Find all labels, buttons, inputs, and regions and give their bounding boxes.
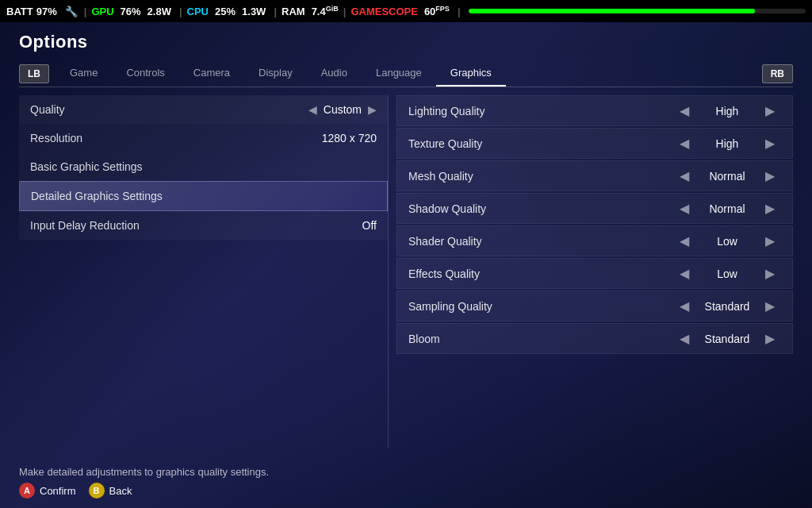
sampling-quality-label: Sampling Quality bbox=[408, 300, 673, 313]
mesh-quality-label: Mesh Quality bbox=[408, 170, 673, 183]
tab-language[interactable]: Language bbox=[362, 60, 436, 87]
perf-bar-fill bbox=[469, 9, 756, 13]
back-label: Back bbox=[109, 485, 132, 497]
mesh-chevron-left-icon: ◀ bbox=[680, 168, 689, 183]
confirm-label: Confirm bbox=[40, 485, 76, 497]
setting-bloom[interactable]: Bloom ◀ Standard ▶ bbox=[396, 323, 793, 354]
shadow-chevron-right-icon: ▶ bbox=[765, 201, 775, 216]
content-area: Quality ◀ Custom ▶ Resolution 1280 x 720… bbox=[19, 89, 793, 454]
lighting-quality-label: Lighting Quality bbox=[408, 105, 673, 117]
tab-game[interactable]: Game bbox=[56, 60, 112, 87]
mesh-chevron-right-icon: ▶ bbox=[765, 168, 775, 183]
lighting-chevron-right-icon: ▶ bbox=[765, 103, 775, 118]
bottom-status: Make detailed adjustments to graphics qu… bbox=[0, 460, 812, 508]
ram-value: 7.4GiB bbox=[312, 5, 339, 17]
tab-camera[interactable]: Camera bbox=[179, 60, 244, 87]
right-settings: Lighting Quality ◀ High ▶ Texture Qualit… bbox=[389, 89, 793, 454]
input-delay-value: Off bbox=[362, 219, 377, 232]
quality-value: Custom bbox=[324, 103, 362, 116]
setting-shader-quality[interactable]: Shader Quality ◀ Low ▶ bbox=[396, 225, 793, 256]
menu-item-detailed-settings[interactable]: Detailed Graphics Settings bbox=[19, 181, 388, 211]
tab-graphics[interactable]: Graphics bbox=[436, 60, 506, 87]
sampling-quality-value: Standard bbox=[695, 300, 759, 313]
setting-mesh-quality[interactable]: Mesh Quality ◀ Normal ▶ bbox=[396, 160, 793, 191]
texture-quality-label: Texture Quality bbox=[408, 137, 673, 150]
tab-navigation: LB Game Controls Camera Display Audio La… bbox=[19, 60, 793, 87]
tab-lb[interactable]: LB bbox=[19, 64, 49, 83]
menu-item-quality[interactable]: Quality ◀ Custom ▶ bbox=[19, 95, 388, 124]
gpu-label: GPU bbox=[91, 6, 113, 17]
effects-quality-value: Low bbox=[695, 267, 759, 280]
b-button-icon: B bbox=[89, 483, 105, 498]
texture-chevron-right-icon: ▶ bbox=[765, 136, 775, 151]
shadow-quality-label: Shadow Quality bbox=[408, 202, 673, 215]
ram-label: RAM bbox=[282, 6, 305, 17]
setting-effects-quality[interactable]: Effects Quality ◀ Low ▶ bbox=[396, 258, 793, 289]
shader-chevron-right-icon: ▶ bbox=[765, 233, 775, 248]
detailed-settings-label: Detailed Graphics Settings bbox=[31, 190, 376, 202]
perf-bar bbox=[469, 9, 806, 13]
bloom-chevron-left-icon: ◀ bbox=[680, 331, 689, 346]
shadow-chevron-left-icon: ◀ bbox=[680, 201, 689, 216]
cpu-label: CPU bbox=[187, 6, 209, 17]
gpu-watt: 2.8W bbox=[147, 6, 171, 17]
bloom-value: Standard bbox=[695, 333, 759, 345]
batt-label: BATT bbox=[6, 6, 33, 17]
gpu-value: 76% bbox=[121, 6, 141, 17]
effects-chevron-left-icon: ◀ bbox=[680, 266, 689, 281]
page-title: Options bbox=[19, 32, 793, 52]
sampling-chevron-left-icon: ◀ bbox=[680, 298, 689, 314]
tab-controls[interactable]: Controls bbox=[112, 60, 178, 87]
mesh-quality-value: Normal bbox=[695, 170, 759, 183]
input-delay-label: Input Delay Reduction bbox=[30, 219, 362, 232]
cpu-value: 25% bbox=[215, 6, 236, 17]
sampling-chevron-right-icon: ▶ bbox=[765, 298, 775, 314]
resolution-label: Resolution bbox=[30, 132, 322, 144]
resolution-value: 1280 x 720 bbox=[322, 132, 377, 144]
tab-display[interactable]: Display bbox=[244, 60, 307, 87]
effects-chevron-right-icon: ▶ bbox=[765, 266, 775, 281]
setting-shadow-quality[interactable]: Shadow Quality ◀ Normal ▶ bbox=[396, 193, 793, 224]
setting-texture-quality[interactable]: Texture Quality ◀ High ▶ bbox=[396, 128, 793, 159]
gamescope-label: GAMESCOPE bbox=[350, 6, 418, 17]
shader-chevron-left-icon: ◀ bbox=[680, 233, 689, 248]
batt-value: 97% bbox=[36, 6, 57, 17]
lighting-chevron-left-icon: ◀ bbox=[680, 103, 689, 118]
confirm-action[interactable]: A Confirm bbox=[19, 483, 76, 498]
menu-item-resolution[interactable]: Resolution 1280 x 720 bbox=[19, 124, 388, 152]
quality-chevron-right-icon: ▶ bbox=[368, 103, 377, 116]
menu-item-basic-settings[interactable]: Basic Graphic Settings bbox=[19, 152, 388, 181]
fps-value: 60FPS bbox=[424, 5, 450, 17]
a-button-icon: A bbox=[19, 483, 35, 498]
bloom-label: Bloom bbox=[408, 333, 673, 345]
lighting-quality-value: High bbox=[695, 105, 759, 117]
shader-quality-value: Low bbox=[695, 235, 759, 248]
left-menu: Quality ◀ Custom ▶ Resolution 1280 x 720… bbox=[19, 89, 388, 454]
setting-sampling-quality[interactable]: Sampling Quality ◀ Standard ▶ bbox=[396, 291, 793, 321]
menu-item-input-delay[interactable]: Input Delay Reduction Off bbox=[19, 211, 388, 240]
bloom-chevron-right-icon: ▶ bbox=[765, 331, 775, 346]
quality-chevron-left-icon: ◀ bbox=[308, 103, 317, 116]
quality-label: Quality bbox=[30, 103, 308, 116]
help-text: Make detailed adjustments to graphics qu… bbox=[19, 466, 793, 478]
cpu-watt: 1.3W bbox=[242, 6, 266, 17]
tab-rb[interactable]: RB bbox=[762, 64, 793, 83]
shader-quality-label: Shader Quality bbox=[408, 235, 673, 248]
main-content: Options LB Game Controls Camera Display … bbox=[0, 22, 812, 454]
setting-lighting-quality[interactable]: Lighting Quality ◀ High ▶ bbox=[396, 95, 793, 126]
effects-quality-label: Effects Quality bbox=[408, 267, 673, 280]
tab-audio[interactable]: Audio bbox=[307, 60, 362, 87]
back-action[interactable]: B Back bbox=[89, 483, 132, 498]
basic-settings-label: Basic Graphic Settings bbox=[30, 160, 377, 173]
shadow-quality-value: Normal bbox=[695, 202, 759, 215]
action-buttons: A Confirm B Back bbox=[19, 483, 793, 498]
status-bar: BATT 97% 🔧 | GPU 76% 2.8W | CPU 25% 1.3W… bbox=[0, 0, 812, 22]
texture-chevron-left-icon: ◀ bbox=[680, 136, 689, 151]
texture-quality-value: High bbox=[695, 137, 759, 150]
wrench-icon: 🔧 bbox=[65, 6, 78, 17]
